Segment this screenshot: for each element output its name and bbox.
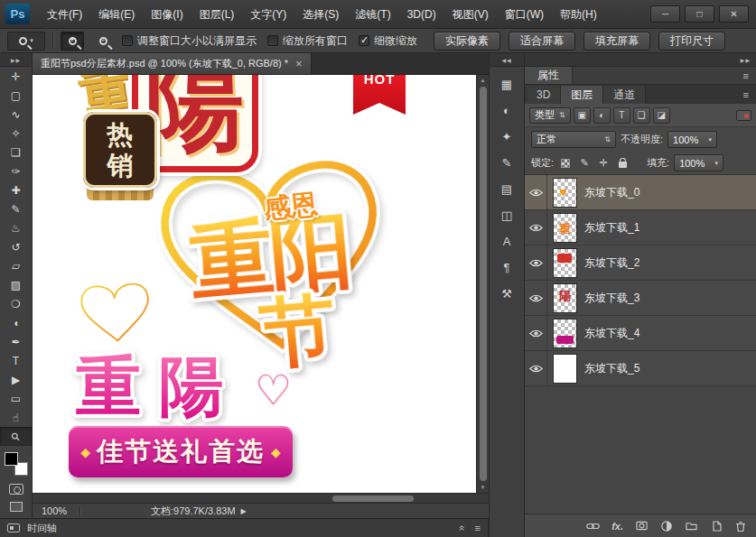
eyedropper-tool[interactable]: ✑: [0, 162, 32, 181]
menu-item-2[interactable]: 编辑(E): [90, 0, 143, 29]
layer-thumbnail[interactable]: [553, 178, 577, 208]
tab-close-button[interactable]: ×: [295, 58, 303, 69]
screen-mode-button[interactable]: [10, 502, 23, 512]
maximize-button[interactable]: □: [685, 5, 714, 23]
clone-source-panel-button[interactable]: ◫: [494, 204, 519, 226]
link-layers-button[interactable]: [586, 521, 600, 532]
expand-panels-button[interactable]: ◀◀: [490, 53, 524, 67]
layer-visibility-toggle[interactable]: [525, 175, 547, 209]
quick-mask-button[interactable]: [9, 484, 23, 495]
timeline-menu-icon[interactable]: ≡: [475, 523, 481, 533]
zoom-in-button[interactable]: [61, 32, 84, 51]
hand-tool[interactable]: ☝: [0, 408, 32, 427]
paragraph-panel-button[interactable]: ¶: [494, 256, 519, 278]
properties-tab[interactable]: 属性: [525, 67, 573, 84]
delete-layer-button[interactable]: [734, 520, 747, 532]
character-panel-button[interactable]: A: [494, 230, 519, 252]
dodge-tool[interactable]: ◖: [0, 313, 32, 332]
vertical-scrollbar-thumb[interactable]: [480, 87, 487, 481]
gradient-tool[interactable]: ▨: [0, 275, 32, 294]
canvas[interactable]: 重 陽 热 销 HOT: [33, 75, 476, 493]
menu-item-9[interactable]: 视图(V): [444, 0, 497, 29]
pen-tool[interactable]: ✒: [0, 332, 32, 351]
horizontal-scrollbar[interactable]: [33, 493, 489, 503]
path-selection-tool[interactable]: ▶: [0, 370, 32, 389]
filter-kind-select[interactable]: 类型 ⇅: [529, 107, 571, 124]
clone-stamp-tool[interactable]: ♨: [0, 218, 32, 237]
menu-item-11[interactable]: 帮助(H): [552, 0, 605, 29]
minimize-button[interactable]: ─: [650, 5, 680, 23]
layer-visibility-toggle[interactable]: [525, 210, 547, 245]
menu-item-5[interactable]: 文字(Y): [242, 0, 294, 29]
checkbox-box[interactable]: [122, 35, 133, 46]
new-adjustment-layer-button[interactable]: [660, 520, 673, 532]
tool-preset-picker[interactable]: ▾: [7, 32, 45, 51]
layer-thumbnail[interactable]: [553, 319, 577, 348]
filter-shape-layers-icon[interactable]: ❑: [633, 107, 650, 124]
panel-tab-通道[interactable]: 通道: [603, 86, 646, 104]
layers-panel-menu-icon[interactable]: ≡: [743, 89, 756, 100]
scroll-up-icon[interactable]: ▲: [477, 78, 489, 83]
lock-all-button[interactable]: [615, 156, 630, 171]
option-checkbox-3[interactable]: 细微缩放: [359, 33, 417, 49]
zoom-level-field[interactable]: 100%: [33, 505, 79, 516]
menu-item-10[interactable]: 窗口(W): [497, 0, 552, 29]
layer-visibility-toggle[interactable]: [525, 281, 547, 315]
collapse-panels-button[interactable]: ▶▶: [525, 53, 756, 67]
menu-item-3[interactable]: 图像(I): [143, 0, 191, 29]
lock-transparent-pixels-button[interactable]: [558, 156, 573, 171]
tools-collapse-button[interactable]: ▶▶: [0, 53, 32, 67]
quick-selection-tool[interactable]: ✧: [0, 124, 32, 143]
layer-style-button[interactable]: fx.: [611, 521, 623, 532]
lasso-tool[interactable]: ∿: [0, 105, 32, 124]
layer-row-东坡下载_1[interactable]: 东坡下载_1: [525, 210, 756, 245]
status-popup-arrow[interactable]: ▶: [241, 507, 247, 515]
lock-position-button[interactable]: ✛: [596, 156, 611, 171]
filter-smart-objects-icon[interactable]: ◪: [653, 107, 670, 124]
filter-pixel-layers-icon[interactable]: ▣: [574, 107, 591, 124]
actual-pixels-button[interactable]: 实际像素: [434, 32, 500, 51]
fill-select[interactable]: 100% ▾: [674, 154, 723, 171]
brush-presets-panel-button[interactable]: ▤: [494, 178, 519, 199]
filter-adjustment-layers-icon[interactable]: ◐: [593, 107, 611, 124]
checkbox-box[interactable]: [267, 35, 278, 46]
layer-visibility-toggle[interactable]: [525, 245, 547, 280]
move-tool[interactable]: ✛: [0, 67, 32, 86]
eraser-tool[interactable]: ▱: [0, 256, 32, 275]
new-layer-button[interactable]: [710, 520, 723, 532]
layer-visibility-toggle[interactable]: [525, 351, 547, 385]
scroll-down-icon[interactable]: ▼: [477, 485, 489, 490]
checkbox-box[interactable]: [359, 35, 369, 46]
tool-presets-panel-button[interactable]: ⚒: [494, 282, 519, 304]
panel-tab-3D[interactable]: 3D: [527, 86, 561, 104]
filter-toggle-switch[interactable]: [736, 110, 751, 121]
option-checkbox-2[interactable]: 缩放所有窗口: [267, 33, 348, 49]
opacity-select[interactable]: 100% ▾: [667, 131, 717, 148]
blend-mode-select[interactable]: 正常 ⇅: [531, 131, 616, 148]
add-layer-mask-button[interactable]: [635, 520, 649, 532]
layer-visibility-toggle[interactable]: [525, 316, 547, 350]
swatches-panel-button[interactable]: ▦: [494, 73, 519, 95]
vertical-scrollbar[interactable]: ▲ ▼: [476, 75, 489, 493]
menu-item-1[interactable]: 文件(F): [39, 0, 90, 29]
properties-menu-icon[interactable]: ≡: [743, 70, 756, 81]
new-group-button[interactable]: [685, 520, 698, 532]
layer-thumbnail[interactable]: [553, 213, 577, 243]
zoom-tool[interactable]: ⚲: [0, 427, 32, 446]
layer-row-东坡下载_4[interactable]: 东坡下载_4: [525, 316, 756, 351]
type-tool[interactable]: T: [0, 351, 32, 370]
brush-tool[interactable]: ✎: [0, 199, 32, 218]
filter-type-layers-icon[interactable]: T: [613, 107, 630, 124]
layer-row-东坡下载_0[interactable]: 东坡下载_0: [525, 175, 756, 210]
adjustments-panel-button[interactable]: ◐: [494, 99, 519, 121]
layer-thumbnail[interactable]: [553, 248, 577, 278]
print-size-button[interactable]: 打印尺寸: [658, 32, 725, 51]
menu-item-6[interactable]: 选择(S): [294, 0, 347, 29]
layer-thumbnail[interactable]: [553, 354, 577, 384]
close-button[interactable]: ✕: [719, 5, 749, 23]
brush-panel-button[interactable]: ✎: [494, 152, 519, 173]
menu-item-4[interactable]: 图层(L): [191, 0, 243, 29]
crop-tool[interactable]: ❏: [0, 143, 32, 162]
menu-item-7[interactable]: 滤镜(T): [347, 0, 398, 29]
timeline-collapse-icon[interactable]: «: [458, 525, 469, 531]
